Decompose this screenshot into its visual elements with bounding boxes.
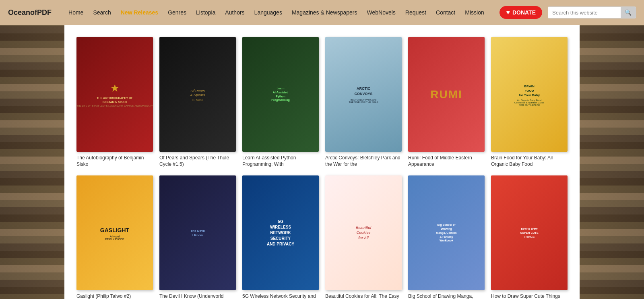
book-item[interactable]: ★ THE AUTOBIOGRAPHY OFBENJAMIN SISKO THE… [76,37,153,167]
book-title: Big School of Drawing Manga, Comics and [408,293,485,299]
book-title: Gaslight (Philip Taiwo #2) [76,293,153,299]
book-item[interactable]: BRAINFOODfor Your Baby An Organic Baby F… [491,37,568,167]
left-book-stack [0,25,64,299]
book-item[interactable]: LearnAI-AssistedPythonProgramming Learn … [242,37,319,167]
book-item[interactable]: GASLIGHT A NovelFEMI KAYODE Gaslight (Ph… [76,175,153,299]
right-book-stack [580,25,644,299]
book-item[interactable]: BeautifulCookiesfor All Beautiful Cookie… [325,175,402,299]
book-cover: 5GWIRELESSNETWORKSECURITYAND PRIVACY [242,175,319,290]
nav-link-request[interactable]: Request [400,0,431,25]
book-grid: ★ THE AUTOBIOGRAPHY OFBENJAMIN SISKO THE… [76,37,568,299]
book-item[interactable]: how to drawSUPER CUTETHINGS How to Draw … [491,175,568,299]
nav-link-languages[interactable]: Languages [250,0,287,25]
search-box: 🔍 [548,6,636,19]
book-title: Arctic Convoys: Bletchley Park and the W… [325,155,402,167]
book-cover: BeautifulCookiesfor All [325,175,402,290]
book-item[interactable]: RUMI Rumi: Food of Middle Eastern Appear… [408,37,485,167]
book-cover: ARCTICCONVOYS BLETCHLEY PARK andTHE WAR … [325,37,402,152]
main-nav: OceanofPDF HomeSearchNew ReleasesGenresL… [0,0,644,25]
nav-link-webnovels[interactable]: WebNovels [362,0,400,25]
book-title: Beautiful Cookies for All: The Easy Way … [325,293,402,299]
site-logo[interactable]: OceanofPDF [8,8,52,17]
left-books-decoration [0,25,64,299]
nav-links: HomeSearchNew ReleasesGenresListopiaAuth… [64,0,500,25]
nav-link-home[interactable]: Home [64,0,88,25]
nav-link-listopia[interactable]: Listopia [191,0,220,25]
book-title: How to Draw Super Cute Things With Bobbi… [491,293,568,299]
book-title: Learn AI-assisted Python Programming: Wi… [242,155,319,167]
nav-link-new-releases[interactable]: New Releases [116,0,163,25]
nav-link-authors[interactable]: Authors [220,0,249,25]
book-cover: RUMI [408,37,485,152]
book-title: 5G Wireless Network Security and Privacy [242,293,319,299]
book-title: The Devil I Know (Underworld University [159,293,236,299]
nav-link-mission[interactable]: Mission [460,0,489,25]
nav-link-contact[interactable]: Contact [431,0,460,25]
book-title: Rumi: Food of Middle Eastern Appearance [408,155,485,167]
search-submit-button[interactable]: 🔍 [621,7,636,18]
book-title: The Autobiography of Benjamin Sisko [76,155,153,167]
right-books-decoration [580,25,644,299]
book-item[interactable]: 5GWIRELESSNETWORKSECURITYAND PRIVACY 5G … [242,175,319,299]
book-title: Of Pears and Spears (The Thule Cycle #1.… [159,155,236,167]
book-cover: Of Pears& Spears C. Monk [159,37,236,152]
main-content: ★ THE AUTOBIOGRAPHY OFBENJAMIN SISKO THE… [64,25,580,299]
book-cover: BRAINFOODfor Your Baby An Organic Baby F… [491,37,568,152]
book-cover: Big School ofDrawingManga, Comics& Fanta… [408,175,485,290]
book-cover: ★ THE AUTOBIOGRAPHY OFBENJAMIN SISKO THE… [76,37,153,152]
book-cover: LearnAI-AssistedPythonProgramming [242,37,319,152]
heart-icon: ♥ [506,9,510,16]
book-item[interactable]: Of Pears& Spears C. Monk Of Pears and Sp… [159,37,236,167]
page-wrapper: ★ THE AUTOBIOGRAPHY OFBENJAMIN SISKO THE… [0,25,644,299]
nav-link-magazines---newspapers[interactable]: Magazines & Newspapers [287,0,362,25]
book-cover: how to drawSUPER CUTETHINGS [491,175,568,290]
book-cover: The DevilI Know [159,175,236,290]
search-input[interactable] [548,7,621,18]
nav-link-search[interactable]: Search [88,0,116,25]
book-item[interactable]: The DevilI Know The Devil I Know (Underw… [159,175,236,299]
book-item[interactable]: ARCTICCONVOYS BLETCHLEY PARK andTHE WAR … [325,37,402,167]
book-cover: GASLIGHT A NovelFEMI KAYODE [76,175,153,290]
book-title: Brain Food for Your Baby: An Organic Bab… [491,155,568,167]
donate-button[interactable]: ♥ DONATE [500,6,542,19]
nav-search-area: ♥ DONATE 🔍 [500,6,636,19]
nav-link-genres[interactable]: Genres [163,0,191,25]
book-item[interactable]: Big School ofDrawingManga, Comics& Fanta… [408,175,485,299]
